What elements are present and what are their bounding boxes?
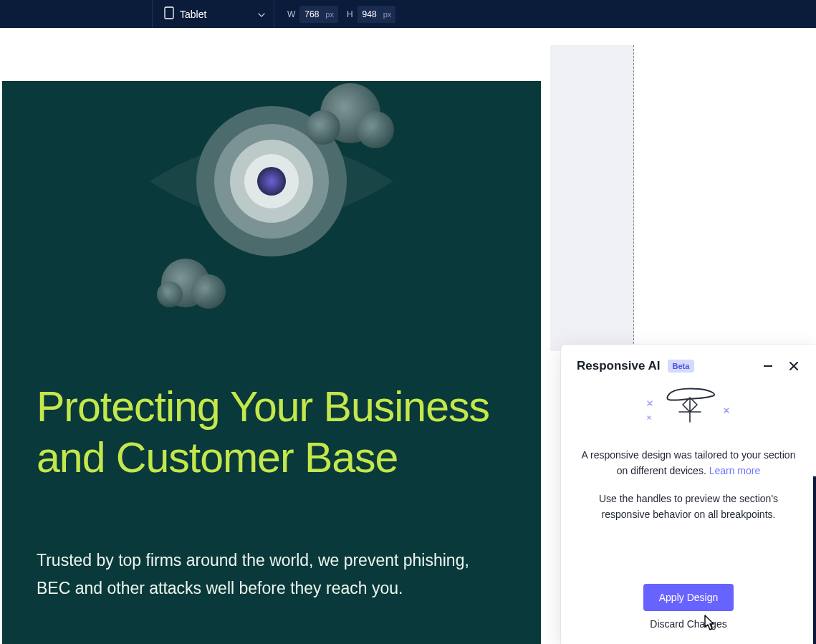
hero-title: Protecting Your Business and Customer Ba…: [37, 382, 498, 484]
width-unit: px: [325, 10, 334, 19]
width-input[interactable]: 768 px: [299, 6, 338, 23]
device-selector[interactable]: Tablet: [160, 0, 274, 28]
height-input[interactable]: 948 px: [357, 6, 396, 23]
svg-rect-0: [165, 7, 173, 19]
panel-paragraph-2: Use the handles to preview the section's…: [577, 491, 800, 522]
svg-point-5: [257, 167, 286, 196]
chevron-down-icon: [258, 9, 265, 19]
height-label: H: [347, 9, 353, 19]
device-label: Tablet: [180, 9, 252, 20]
preview-canvas[interactable]: Protecting Your Business and Customer Ba…: [2, 45, 541, 644]
svg-point-10: [191, 274, 226, 309]
hero-illustration: [2, 81, 541, 389]
svg-rect-12: [764, 365, 772, 367]
editor-stage: Protecting Your Business and Customer Ba…: [0, 28, 816, 644]
responsive-toolbar: Tablet W 768 px H 948 px: [0, 0, 816, 28]
svg-point-8: [357, 111, 394, 148]
divider: [152, 0, 153, 28]
discard-changes-button[interactable]: Discard Changes: [650, 618, 726, 630]
height-unit: px: [383, 10, 392, 19]
svg-point-11: [157, 282, 183, 307]
apply-design-button[interactable]: Apply Design: [643, 584, 734, 611]
panel-illustration: [577, 382, 800, 438]
close-icon[interactable]: [787, 360, 800, 373]
panel-header: Responsive AI Beta: [577, 359, 800, 373]
panel-text-1: A responsive design was tailored to your…: [582, 449, 796, 476]
canvas-extra-space: [550, 45, 634, 351]
height-value: 948: [362, 9, 378, 19]
width-label: W: [287, 9, 295, 19]
panel-scroll-indicator: [813, 476, 816, 644]
learn-more-link[interactable]: Learn more: [709, 465, 761, 476]
preview-content: Protecting Your Business and Customer Ba…: [2, 45, 541, 644]
panel-paragraph-1: A responsive design was tailored to your…: [577, 448, 800, 479]
hero-section: Protecting Your Business and Customer Ba…: [2, 81, 541, 644]
panel-title: Responsive AI: [577, 359, 661, 373]
beta-badge: Beta: [668, 360, 695, 373]
panel-actions: Apply Design Discard Changes: [577, 584, 800, 633]
width-value: 768: [304, 9, 320, 19]
minimize-icon[interactable]: [762, 360, 774, 373]
tablet-icon: [164, 6, 174, 21]
responsive-ai-panel: Responsive AI Beta A responsive design w…: [561, 345, 816, 644]
svg-point-7: [306, 110, 340, 145]
hero-subtitle: Trusted by top firms around the world, w…: [37, 547, 469, 602]
